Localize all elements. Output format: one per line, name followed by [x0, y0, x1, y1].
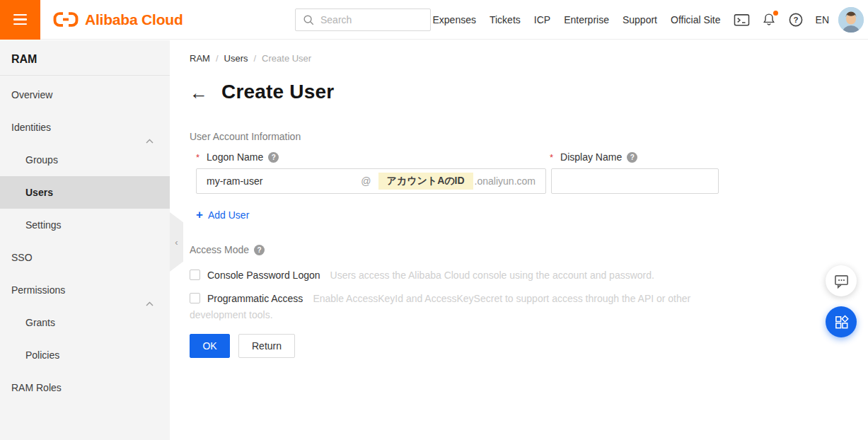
nav-link-expenses[interactable]: Expenses [432, 14, 475, 25]
account-id-placeholder-chip: アカウントAのID [378, 173, 473, 190]
return-button[interactable]: Return [238, 334, 295, 358]
display-name-label: * Display Name ? [550, 151, 637, 163]
display-name-field[interactable] [551, 168, 719, 194]
notification-badge-dot [773, 11, 778, 16]
alibaba-cloud-logo-icon [53, 11, 79, 28]
logon-name-label: * Logon Name ? [196, 151, 279, 163]
sidebar-menu: Overview Identities Groups Users Setting… [0, 79, 170, 404]
header-icons: ? [734, 12, 804, 28]
logon-name-field[interactable]: @ アカウントAのID .onaliyun.com [196, 168, 546, 194]
brand-name: Alibaba Cloud [85, 11, 183, 28]
programmatic-access-row: Programmatic AccessEnable AccessKeyId an… [190, 291, 695, 323]
chevron-left-icon: ‹ [175, 237, 178, 248]
language-selector[interactable]: EN [816, 14, 829, 25]
sidebar-item-ram-roles[interactable]: RAM Roles [0, 371, 170, 404]
header-right-group: Expenses Tickets ICP Enterprise Support … [432, 0, 865, 40]
svg-text:?: ? [793, 16, 798, 24]
ok-button[interactable]: OK [190, 334, 230, 358]
nav-link-enterprise[interactable]: Enterprise [564, 14, 609, 25]
alibaba-cloud-logo[interactable]: Alibaba Cloud [53, 11, 183, 28]
title-row: ← Create User [190, 81, 334, 103]
header-nav: Expenses Tickets ICP Enterprise Support … [432, 14, 720, 25]
search-icon [303, 14, 315, 26]
sidebar-collapse-handle[interactable]: ‹ [170, 212, 183, 272]
back-arrow-icon[interactable]: ← [190, 82, 208, 102]
access-mode-options: Console Password LogonUsers access the A… [190, 267, 695, 330]
user-avatar[interactable] [838, 7, 864, 33]
display-name-input[interactable] [560, 175, 710, 187]
main-content: RAM / Users / Create User ← Create User … [170, 40, 868, 440]
hamburger-menu-button[interactable] [0, 0, 40, 40]
breadcrumb-ram[interactable]: RAM [190, 53, 210, 64]
form-actions: OK Return [190, 334, 295, 358]
section-user-account-information: User Account Information [190, 131, 301, 142]
display-name-help-icon[interactable]: ? [627, 152, 637, 163]
sidebar-item-policies[interactable]: Policies [0, 339, 170, 371]
app-grid-icon [833, 314, 850, 330]
at-sign: @ [361, 175, 371, 187]
notifications-bell-icon[interactable] [762, 12, 776, 28]
breadcrumb-separator: / [253, 53, 256, 64]
programmatic-access-label[interactable]: Programmatic Access [207, 293, 303, 304]
search-input[interactable] [320, 14, 423, 25]
nav-link-tickets[interactable]: Tickets [490, 14, 521, 25]
breadcrumb: RAM / Users / Create User [190, 53, 311, 64]
programmatic-access-checkbox[interactable] [190, 293, 200, 303]
sidebar-item-overview[interactable]: Overview [0, 79, 170, 111]
app-root: Alibaba Cloud Expenses Tickets ICP Enter… [0, 0, 868, 440]
section-access-mode: Access Mode ? [190, 244, 265, 255]
console-password-logon-hint: Users access the Alibaba Cloud console u… [330, 270, 654, 281]
feedback-chat-button[interactable] [826, 265, 857, 296]
domain-suffix: .onaliyun.com [475, 175, 536, 187]
required-asterisk: * [550, 152, 553, 163]
sidebar-item-sso[interactable]: SSO [0, 241, 170, 274]
console-password-logon-row: Console Password LogonUsers access the A… [190, 267, 695, 284]
apps-shortcut-button[interactable] [826, 306, 857, 337]
sidebar-item-grants[interactable]: Grants [0, 306, 170, 339]
plus-icon: + [196, 209, 203, 221]
help-circle-icon[interactable]: ? [788, 12, 804, 28]
page-title: Create User [221, 81, 334, 103]
header-search[interactable] [295, 8, 431, 31]
top-header: Alibaba Cloud Expenses Tickets ICP Enter… [0, 0, 868, 40]
logon-name-help-icon[interactable]: ? [268, 152, 279, 163]
breadcrumb-current: Create User [262, 53, 311, 64]
logon-name-input[interactable] [207, 175, 357, 187]
breadcrumb-users[interactable]: Users [224, 53, 248, 64]
console-password-logon-checkbox[interactable] [190, 270, 200, 280]
sidebar-item-settings[interactable]: Settings [0, 209, 170, 241]
sidebar-item-groups[interactable]: Groups [0, 144, 170, 176]
breadcrumb-separator: / [216, 53, 219, 64]
nav-link-official-site[interactable]: Official Site [671, 14, 721, 25]
required-asterisk: * [196, 152, 199, 163]
sidebar-item-permissions[interactable]: Permissions [0, 274, 170, 306]
sidebar: RAM Overview Identities Groups Users Set… [0, 40, 170, 440]
sidebar-title: RAM [0, 40, 170, 76]
add-user-link[interactable]: + Add User [196, 209, 249, 221]
console-password-logon-label[interactable]: Console Password Logon [207, 270, 320, 281]
chat-bubble-icon [833, 273, 850, 289]
sidebar-item-users[interactable]: Users [0, 176, 170, 209]
nav-link-support[interactable]: Support [623, 14, 657, 25]
nav-link-icp[interactable]: ICP [534, 14, 550, 25]
sidebar-item-identities[interactable]: Identities [0, 111, 170, 144]
hamburger-icon [13, 14, 27, 16]
access-mode-help-icon[interactable]: ? [254, 245, 265, 255]
console-terminal-icon[interactable] [734, 13, 750, 28]
